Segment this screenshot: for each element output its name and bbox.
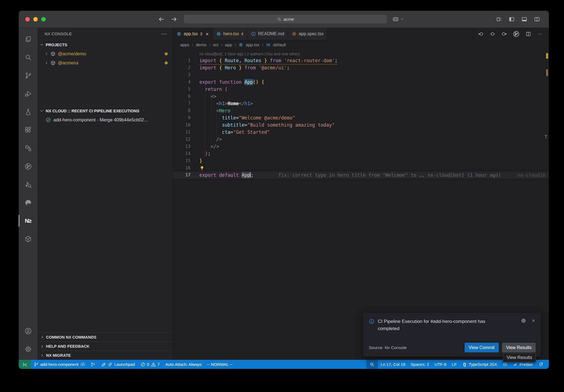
git-branch-icon xyxy=(25,72,32,79)
chevron-right-icon xyxy=(40,344,44,348)
blame-forward-icon[interactable] xyxy=(501,31,507,37)
close-icon[interactable] xyxy=(531,318,536,323)
tab-app-spec-tsx[interactable]: app.spec.tsx xyxy=(288,28,327,40)
open-commit-graph-icon[interactable] xyxy=(513,31,520,37)
breadcrumb-item-apps[interactable]: apps xyxy=(180,42,189,47)
command-center-search[interactable]: acme xyxy=(184,15,387,23)
more-actions-icon[interactable]: ⋯ xyxy=(161,31,167,37)
toggle-secondary-sidebar-icon[interactable] xyxy=(534,16,540,22)
sidebar-title-row: NX CONSOLE ⋯ xyxy=(37,28,173,40)
activity-item-explorer[interactable] xyxy=(19,30,37,48)
line-number: 8 xyxy=(173,107,191,114)
section-help-and-feedback[interactable]: HELP AND FEEDBACK xyxy=(37,342,173,351)
blame-back-icon[interactable] xyxy=(478,31,484,37)
tab-app-tsx[interactable]: app.tsx3× xyxy=(173,28,213,40)
status-auto-attach[interactable]: Auto Attach: Always xyxy=(162,360,204,369)
tab-hero-tsx[interactable]: hero.tsx4 xyxy=(213,28,247,40)
close-window-button[interactable] xyxy=(25,17,30,21)
notification-source: Source: Nx Console xyxy=(369,345,407,350)
notification-toast: CI Pipeline Execution for #add-hero-comp… xyxy=(364,313,540,356)
activity-item-nx-console[interactable]: N≥ xyxy=(19,212,37,230)
more-actions-icon[interactable]: ⋯ xyxy=(537,31,543,37)
breadcrumb-item-app-tsx[interactable]: app.tsx xyxy=(246,42,259,47)
split-editor-icon[interactable] xyxy=(525,31,531,37)
copilot-menu[interactable] xyxy=(392,11,404,28)
navigate-back-icon[interactable] xyxy=(158,16,165,23)
chevron-right-icon[interactable] xyxy=(45,52,48,56)
activity-item-settings[interactable] xyxy=(19,340,37,358)
tab-label: hero.tsx xyxy=(223,31,239,36)
customize-layout-icon[interactable] xyxy=(496,16,502,22)
code-line-12: 12 /> xyxy=(173,136,549,143)
activity-item-edge-browser[interactable] xyxy=(19,194,37,212)
status-gitlens-launchpad[interactable]: Launchpad xyxy=(98,360,137,369)
activity-item-gitlens-search[interactable] xyxy=(19,175,37,194)
activity-item-git-graph[interactable] xyxy=(19,157,37,175)
status-eol[interactable]: LF xyxy=(449,360,460,369)
status-language-mode[interactable]: {}TypeScript JSX xyxy=(459,360,500,369)
beaker-icon xyxy=(25,108,32,116)
navigate-forward-icon[interactable] xyxy=(170,16,178,23)
activity-item-search[interactable] xyxy=(19,48,37,66)
activity-item-source-control[interactable] xyxy=(19,66,37,85)
view-commit-button[interactable]: View Commit xyxy=(465,343,499,352)
status-commit-graph[interactable] xyxy=(88,360,98,369)
pipeline-execution-item[interactable]: add-hero-component - Merge 409b44e5cb02.… xyxy=(37,115,173,124)
code-line-15: 15} xyxy=(173,157,549,164)
activity-item-containers[interactable] xyxy=(19,230,37,248)
view-results-button[interactable]: View Results xyxy=(502,343,536,352)
react-icon xyxy=(238,42,243,47)
circled-branch-icon xyxy=(25,163,32,170)
section-projects[interactable]: PROJECTS xyxy=(37,40,173,49)
section-common-nx-commands[interactable]: COMMON NX COMMANDS xyxy=(37,333,173,342)
project-item-acme-ui[interactable]: @acme/ui xyxy=(37,58,173,67)
breadcrumb-item-app[interactable]: app xyxy=(225,42,232,47)
overview-ruler-warning-mark xyxy=(546,53,548,59)
status-cursor-position[interactable]: Ln 17, Col 19 xyxy=(378,360,408,369)
check-circle-icon xyxy=(46,117,51,122)
status-notifications-bell[interactable] xyxy=(536,360,546,369)
activity-item-testing[interactable] xyxy=(19,103,37,121)
blame-current-icon[interactable] xyxy=(490,31,495,37)
line-content: cta="Get Started" xyxy=(191,129,270,136)
modified-dot xyxy=(165,61,168,64)
status-vim-mode[interactable]: -- NORMAL -- xyxy=(204,360,235,369)
line-number: 2 xyxy=(173,64,191,71)
lightbulb-icon xyxy=(199,165,205,171)
overview-ruler-mark xyxy=(546,69,548,76)
status-git-branch[interactable]: add-hero-component xyxy=(31,360,88,369)
status-remote-indicator[interactable] xyxy=(19,360,31,369)
status-text: add-hero-component xyxy=(40,362,78,367)
tab-readme-md[interactable]: README.md xyxy=(247,28,288,40)
line-number: 4 xyxy=(173,78,191,86)
chevron-right-icon[interactable] xyxy=(45,61,48,65)
section-nx-migrate[interactable]: NX MIGRATE xyxy=(37,351,173,360)
code-line-13: 13 </> xyxy=(173,143,549,150)
status-indentation[interactable]: Spaces: 2 xyxy=(408,360,432,369)
status-encoding[interactable]: UTF-8 xyxy=(432,360,449,369)
status-problems[interactable]: 07 xyxy=(138,360,163,369)
close-tab-icon[interactable]: × xyxy=(206,31,209,37)
breadcrumb-item-default[interactable]: default xyxy=(273,42,286,47)
maximize-window-button[interactable] xyxy=(41,17,46,21)
breadcrumb-item-demo[interactable]: demo xyxy=(196,42,207,47)
activity-item-run-and-debug[interactable] xyxy=(19,85,37,103)
activity-item-extensions[interactable] xyxy=(19,121,37,139)
notification-settings-icon[interactable] xyxy=(521,318,526,323)
line-content xyxy=(191,71,199,78)
minimize-window-button[interactable] xyxy=(33,17,38,21)
account-icon xyxy=(25,327,32,335)
project-item-acme-demo[interactable]: @acme/demo xyxy=(37,49,173,58)
error-circle-icon xyxy=(140,362,145,367)
toggle-panel-icon[interactable] xyxy=(521,16,527,22)
line-number: 10 xyxy=(173,121,191,129)
toggle-primary-sidebar-icon[interactable] xyxy=(509,16,515,22)
code-line-6: 6 <> xyxy=(173,93,549,100)
status-zoom-indicator[interactable] xyxy=(366,360,378,369)
search-icon xyxy=(25,54,32,61)
section-nx-cloud[interactable]: NX CLOUD :: RECENT CI PIPELINE EXECUTION… xyxy=(37,106,173,115)
activity-item-accounts[interactable] xyxy=(19,322,37,340)
react-icon xyxy=(177,31,181,36)
activity-item-linked-views[interactable] xyxy=(19,139,37,157)
breadcrumb-item-src[interactable]: src xyxy=(213,42,219,47)
